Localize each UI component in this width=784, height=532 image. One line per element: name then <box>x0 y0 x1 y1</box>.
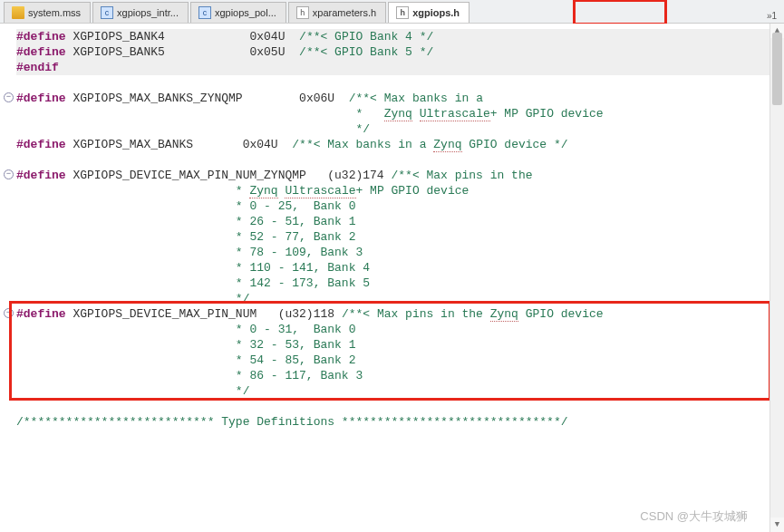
tab-xgpiops-intr[interactable]: cxgpiops_intr... <box>92 2 189 23</box>
h-file-icon: h <box>296 6 309 19</box>
keyword: #endif <box>16 61 59 74</box>
tab-xgpiops-h[interactable]: hxgpiops.h <box>388 2 469 23</box>
tab-bar: system.mss cxgpiops_intr... cxgpiops_pol… <box>0 0 784 24</box>
tab-system-mss[interactable]: system.mss <box>4 2 91 23</box>
keyword: #define <box>16 307 66 321</box>
mss-icon <box>12 6 24 19</box>
scroll-down-icon[interactable]: ▼ <box>770 517 784 532</box>
fold-toggle[interactable]: − <box>4 92 14 102</box>
h-file-icon: h <box>396 6 409 19</box>
tab-overflow-button[interactable]: »1 <box>760 9 784 23</box>
vertical-scrollbar[interactable]: ▲ ▼ <box>769 24 784 532</box>
tab-xparameters-h[interactable]: hxparameters.h <box>288 2 386 23</box>
watermark: CSDN @大牛攻城狮 <box>640 508 748 525</box>
c-file-icon: c <box>198 6 211 19</box>
fold-toggle[interactable]: − <box>4 308 14 318</box>
scrollbar-thumb[interactable] <box>772 33 782 105</box>
keyword: #define <box>16 138 66 151</box>
c-file-icon: c <box>101 6 113 19</box>
keyword: #define <box>16 169 66 182</box>
keyword: #define <box>16 30 66 44</box>
gutter <box>0 24 16 430</box>
code-editor[interactable]: #define XGPIOPS_BANK4 0x04U /**< GPIO Ba… <box>0 24 784 430</box>
keyword: #define <box>16 92 66 105</box>
tab-xgpiops-pol[interactable]: cxgpiops_pol... <box>190 2 286 23</box>
fold-toggle[interactable]: − <box>4 169 14 179</box>
keyword: #define <box>16 45 66 59</box>
